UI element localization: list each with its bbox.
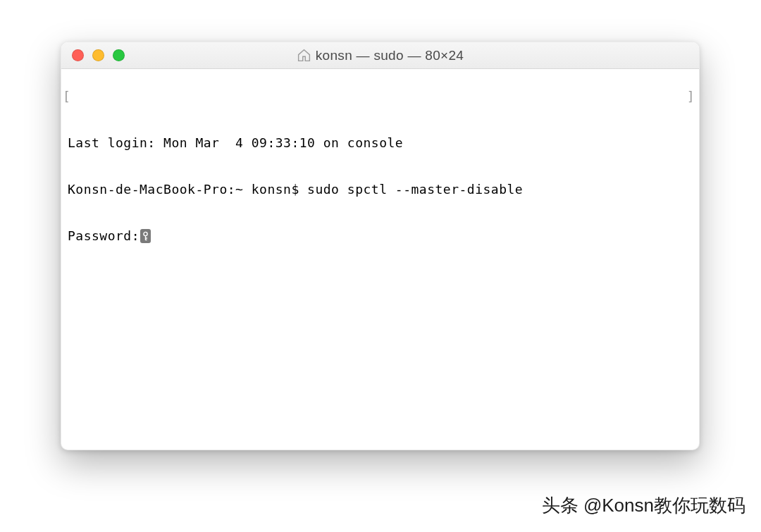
window-title-text: konsn — sudo — 80×24 <box>316 48 464 63</box>
terminal-body[interactable]: [ ] Last login: Mon Mar 4 09:33:10 on co… <box>61 69 699 450</box>
traffic-lights <box>61 49 125 61</box>
prompt-line: Konsn-de-MacBook-Pro:~ konsn$ sudo spctl… <box>68 182 693 197</box>
window-title: konsn — sudo — 80×24 <box>61 48 699 63</box>
bracket-left: [ <box>63 89 70 104</box>
password-label: Password: <box>68 228 140 244</box>
terminal-window: konsn — sudo — 80×24 [ ] Last login: Mon… <box>61 42 700 450</box>
bracket-right: ] <box>687 89 695 104</box>
window-titlebar[interactable]: konsn — sudo — 80×24 <box>61 42 699 69</box>
svg-point-0 <box>144 232 147 235</box>
last-login-line: Last login: Mon Mar 4 09:33:10 on consol… <box>68 135 693 151</box>
close-button[interactable] <box>72 49 84 61</box>
minimize-button[interactable] <box>92 49 104 61</box>
home-icon <box>297 48 311 63</box>
password-line: Password: <box>68 228 693 244</box>
key-icon <box>140 229 151 243</box>
maximize-button[interactable] <box>113 49 125 61</box>
watermark-text: 头条 @Konsn教你玩数码 <box>542 493 745 518</box>
